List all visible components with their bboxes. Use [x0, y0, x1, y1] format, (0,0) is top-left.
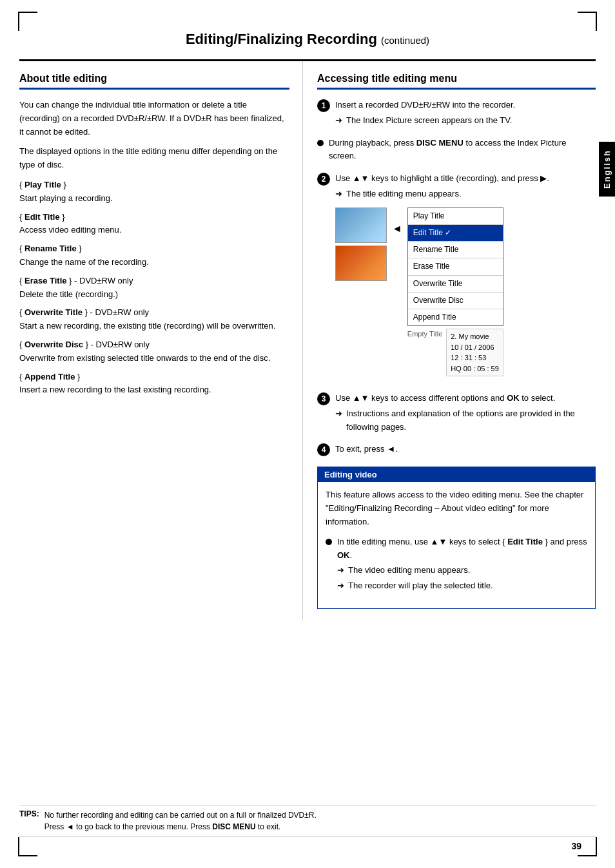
corner-tr — [578, 12, 597, 31]
list-item: { Play Title } Start playing a recording… — [19, 178, 289, 206]
subsection-editing-video: Editing video This feature allows access… — [317, 467, 596, 609]
subsection-arrow-1: ➜ The video editing menu appears. — [337, 564, 587, 577]
item-label: { Append Title } — [19, 371, 289, 384]
item-label: { Overwrite Disc } - DVD±RW only — [19, 338, 289, 352]
term: Append Title — [24, 372, 75, 381]
menu-visual: ◄ Play Title Edit Title ✓ Rename Title E… — [335, 207, 596, 376]
key-ok: OK — [337, 550, 350, 560]
right-column: Accessing title editing menu 1 Insert a … — [303, 61, 596, 621]
page-number: 39 — [571, 841, 581, 851]
key-disc-menu: DISC MENU — [212, 822, 255, 831]
title-menu: Play Title Edit Title ✓ Rename Title Era… — [407, 207, 503, 326]
subsection-header: Editing video — [318, 467, 595, 482]
subsection-step-1: In title editing menu, use ▲▼ keys to se… — [326, 535, 587, 593]
term: Edit Title — [24, 212, 60, 222]
empty-title-info: 2. My movie10 / 01 / 200612 : 31 : 53HQ … — [446, 329, 503, 376]
step-number-1: 1 — [317, 99, 330, 112]
item-desc: Start playing a recording. — [19, 192, 289, 206]
item-desc: Start a new recording, the existing titl… — [19, 320, 289, 333]
menu-item-erase-title[interactable]: Erase Title — [408, 258, 503, 275]
list-item: { Overwrite Title } - DVD±RW only Start … — [19, 306, 289, 333]
bullet-icon — [326, 539, 332, 545]
item-label: { Overwrite Title } - DVD±RW only — [19, 306, 289, 320]
item-desc: Change the name of the recording. — [19, 256, 289, 269]
arrow-icon: ➜ — [335, 188, 342, 201]
item-desc: Delete the title (recording.) — [19, 288, 289, 302]
item-label: { Rename Title } — [19, 242, 289, 256]
item-label: { Erase Title } - DVD±RW only — [19, 275, 289, 288]
list-item: { Erase Title } - DVD±RW only Delete the… — [19, 275, 289, 302]
step-1-arrow-text: The Index Picture screen appears on the … — [346, 114, 512, 128]
term: Overwrite Title — [24, 307, 83, 317]
step-2-arrow: ➜ The title editing menu appears. — [335, 188, 596, 201]
thumbnail-top — [335, 207, 387, 243]
arrow-icon: ➜ — [337, 564, 344, 577]
key-ok: OK — [507, 393, 520, 403]
menu-item-rename-title[interactable]: Rename Title — [408, 242, 503, 258]
language-tab: English — [599, 142, 615, 197]
subsection-step-content: In title editing menu, use ▲▼ keys to se… — [337, 535, 587, 593]
menu-item-edit-title[interactable]: Edit Title ✓ — [408, 225, 503, 242]
item-label: { Edit Title } — [19, 211, 289, 224]
left-section-title: About title editing — [19, 73, 289, 90]
empty-title-row: Empty Title 2. My movie10 / 01 / 200612 … — [407, 329, 503, 376]
list-item: { Rename Title } Change the name of the … — [19, 242, 289, 269]
step-4-content: To exit, press ◄. — [335, 443, 596, 456]
menu-item-append-title[interactable]: Append Title — [408, 309, 503, 325]
term: Erase Title — [24, 276, 67, 285]
step-3-arrow: ➜ Instructions and explanation of the op… — [335, 407, 596, 434]
content-area: About title editing You can change the i… — [19, 61, 596, 621]
item-label: { Play Title } — [19, 178, 289, 192]
key-disc-menu: DISC MENU — [416, 138, 464, 148]
menu-arrow-icon: ◄ — [392, 207, 402, 237]
tips-text: No further recording and editing can be … — [44, 809, 317, 833]
term: Overwrite Disc — [24, 340, 83, 349]
step-3-arrow-text: Instructions and explanation of the opti… — [346, 407, 596, 434]
corner-tl — [18, 12, 37, 31]
step-3-content: Use ▲▼ keys to access different options … — [335, 392, 596, 434]
page-title-main: Editing/Finalizing Recording — [186, 31, 377, 47]
term: Rename Title — [24, 244, 77, 253]
bullet-icon — [317, 140, 324, 146]
page-title-continued: (continued) — [381, 35, 429, 46]
arrow-icon: ➜ — [335, 407, 342, 421]
tips-bar: TIPS: No further recording and editing c… — [19, 805, 596, 837]
menu-item-play-title[interactable]: Play Title — [408, 208, 503, 225]
term: Play Title — [24, 180, 61, 189]
step-2: 2 Use ▲▼ keys to highlight a title (reco… — [317, 172, 596, 383]
subsection-arrow-2: ➜ The recorder will play the selected ti… — [337, 579, 587, 593]
thumbnail-bottom — [335, 246, 387, 281]
step-3: 3 Use ▲▼ keys to access different option… — [317, 392, 596, 434]
step-number-3: 3 — [317, 392, 330, 405]
step-4: 4 To exit, press ◄. — [317, 443, 596, 456]
list-item: { Edit Title } Access video editing menu… — [19, 211, 289, 238]
step-bullet-1: During playback, press DISC MENU to acce… — [317, 137, 596, 164]
left-note: The displayed options in the title editi… — [19, 145, 289, 172]
term-edit-title: Edit Title — [507, 537, 543, 546]
menu-item-overwrite-disc[interactable]: Overwrite Disc — [408, 293, 503, 309]
subsection-arrow-1-text: The video editing menu appears. — [348, 564, 470, 577]
subsection-arrow-2-text: The recorder will play the selected titl… — [348, 579, 493, 593]
menu-container: Play Title Edit Title ✓ Rename Title Era… — [407, 207, 503, 376]
item-desc: Overwrite from existing selected title o… — [19, 352, 289, 365]
step-1-content: Insert a recorded DVD±R/±RW into the rec… — [335, 99, 596, 128]
step-1-arrow: ➜ The Index Picture screen appears on th… — [335, 114, 596, 128]
item-desc: Insert a new recording to the last exist… — [19, 383, 289, 397]
subsection-body: This feature allows access to the video … — [318, 482, 595, 608]
right-section-title: Accessing title editing menu — [317, 73, 596, 90]
page-title: Editing/Finalizing Recording (continued) — [19, 13, 596, 61]
menu-item-overwrite-title[interactable]: Overwrite Title — [408, 276, 503, 293]
step-2-content: Use ▲▼ keys to highlight a title (record… — [335, 172, 596, 383]
step-number-4: 4 — [317, 443, 330, 456]
list-item: { Overwrite Disc } - DVD±RW only Overwri… — [19, 338, 289, 365]
arrow-icon: ➜ — [337, 579, 344, 593]
step-2-arrow-text: The title editing menu appears. — [346, 188, 462, 201]
tips-label: TIPS: — [19, 809, 39, 833]
step-1: 1 Insert a recorded DVD±R/±RW into the r… — [317, 99, 596, 128]
step-number-2: 2 — [317, 173, 330, 186]
arrow-icon: ➜ — [335, 114, 342, 128]
corner-bl — [18, 837, 37, 856]
empty-title-label: Empty Title — [407, 329, 442, 340]
list-item: { Append Title } Insert a new recording … — [19, 371, 289, 398]
thumbnail-stack — [335, 207, 387, 281]
